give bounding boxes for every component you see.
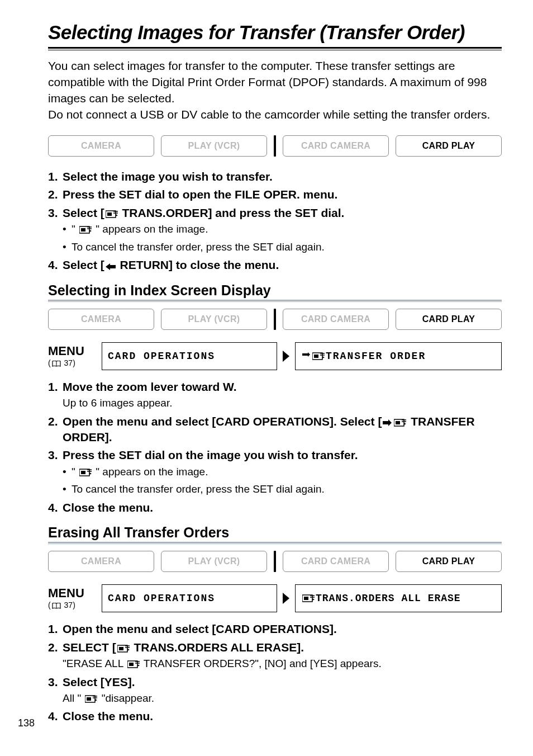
- return-arrow-icon: [106, 263, 116, 271]
- svg-rect-25: [81, 471, 85, 474]
- title-divider-thick: [48, 47, 502, 49]
- title-divider-thin: [48, 50, 502, 50]
- menu-label-block: MENU ( 37): [48, 345, 97, 367]
- menu-box-card-ops: CARD OPERATIONS: [102, 342, 277, 370]
- mode-card-camera: CARD CAMERA: [283, 135, 389, 157]
- step-2-text-a: Open the menu and select [CARD OPERATION…: [63, 415, 382, 428]
- step-3-sub1: " " appears on the image.: [63, 465, 502, 479]
- step-2-text-a: SELECT [: [63, 641, 116, 654]
- step-4-text: Close the menu.: [63, 501, 153, 514]
- svg-marker-28: [89, 472, 92, 475]
- step-3-sub-b: "disappear.: [98, 692, 154, 704]
- step-1-text: Open the menu and select [CARD OPERATION…: [63, 622, 337, 635]
- step-1-text-c: .: [234, 380, 237, 393]
- step-3-sub1-a: ": [72, 466, 78, 478]
- transfer-icon: [302, 594, 315, 603]
- step-2: Open the menu and select [CARD OPERATION…: [48, 414, 502, 446]
- transfer-icon: [79, 468, 92, 477]
- svg-marker-9: [89, 230, 92, 232]
- arrow-right-icon: [383, 419, 392, 427]
- step-3-sub1-b: " appears on the image.: [93, 223, 208, 235]
- steps-main: Select the image you wish to transfer. P…: [48, 169, 502, 273]
- step-1-sub: Up to 6 images appear.: [63, 396, 502, 410]
- svg-marker-18: [383, 419, 392, 426]
- step-3-sub: All " "disappear.: [63, 691, 502, 706]
- step-3-sub2: To cancel the transfer order, press the …: [63, 482, 502, 497]
- step-3-text: Select [YES].: [63, 675, 135, 688]
- mode-play-vcr: PLAY (VCR): [161, 135, 267, 157]
- svg-rect-1: [107, 212, 112, 216]
- step-3-sub-a: All ": [63, 692, 84, 704]
- svg-marker-34: [312, 598, 315, 601]
- step-2-sub-a: "ERASE ALL: [63, 658, 126, 669]
- svg-rect-20: [396, 421, 400, 424]
- heading-rule: [48, 301, 502, 302]
- step-3-sub1: " " appears on the image.: [63, 222, 502, 237]
- step-4-text-b: RETURN] to close the menu.: [117, 258, 279, 271]
- page-number: 138: [18, 717, 35, 729]
- svg-marker-17: [322, 356, 325, 358]
- menu-label: MENU: [48, 587, 97, 599]
- step-2-text: Press the SET dial to open the FILE OPER…: [63, 188, 337, 201]
- menu-path-row: MENU ( 37) CARD OPERATIONS TRANSFER ORDE…: [48, 342, 502, 370]
- menu-box-text: TRANS.ORDERS ALL ERASE: [316, 593, 461, 604]
- menu-box-transfer-order: TRANSFER ORDER: [295, 342, 502, 370]
- mode-separator: [274, 135, 276, 157]
- menu-label-block: MENU ( 37): [48, 587, 97, 609]
- mode-play-vcr: PLAY (VCR): [161, 551, 267, 572]
- step-1-w: W: [223, 380, 234, 393]
- svg-marker-39: [127, 649, 130, 651]
- step-1-text: Select the image you wish to transfer.: [63, 170, 273, 183]
- menu-ref-num: 37: [64, 601, 73, 609]
- mode-card-camera: CARD CAMERA: [283, 309, 389, 330]
- mode-separator: [274, 551, 276, 572]
- menu-path-row: MENU ( 37) CARD OPERATIONS TRANS.ORDERS …: [48, 584, 502, 612]
- step-4-text: Close the menu.: [63, 710, 153, 722]
- steps-index: Move the zoom lever toward W. Up to 6 im…: [48, 379, 502, 516]
- mode-camera: CAMERA: [48, 551, 154, 572]
- mode-card-play: CARD PLAY: [396, 551, 502, 572]
- transfer-icon: [394, 418, 406, 427]
- section-heading-index: Selecting in Index Screen Display: [48, 282, 502, 301]
- intro-text: You can select images for transfer to th…: [48, 58, 502, 123]
- step-4-text-a: Select [: [63, 258, 104, 271]
- menu-ref-num: 37: [64, 358, 73, 367]
- step-3-sub1-b: " appears on the image.: [93, 466, 208, 478]
- transfer-icon: [106, 210, 118, 219]
- svg-marker-12: [302, 352, 310, 357]
- arrow-right-icon: [302, 352, 310, 360]
- mode-card-play: CARD PLAY: [396, 309, 502, 330]
- menu-ref: ( 37): [48, 601, 97, 609]
- svg-rect-31: [304, 597, 308, 600]
- step-2-sub: "ERASE ALL TRANSFER ORDERS?", [NO] and […: [63, 656, 502, 671]
- mode-card-play: CARD PLAY: [396, 135, 502, 157]
- step-2-text-b: TRANS.ORDERS ALL ERASE].: [131, 641, 304, 654]
- transfer-icon: [127, 660, 140, 669]
- mode-row: CAMERA PLAY (VCR) CARD CAMERA CARD PLAY: [48, 309, 502, 330]
- page-title: Selecting Images for Transfer (Transfer …: [48, 21, 502, 44]
- svg-marker-23: [404, 423, 406, 425]
- menu-box-trans-all-erase: TRANS.ORDERS ALL ERASE: [295, 584, 502, 612]
- mode-row: CAMERA PLAY (VCR) CARD CAMERA CARD PLAY: [48, 551, 502, 572]
- step-3-text-b: TRANS.ORDER] and press the SET dial.: [119, 206, 345, 219]
- menu-box-text: TRANSFER ORDER: [326, 351, 426, 362]
- step-4: Close the menu.: [48, 500, 502, 516]
- steps-erase: Open the menu and select [CARD OPERATION…: [48, 621, 502, 725]
- svg-marker-10: [106, 263, 116, 270]
- step-2-sub-b: TRANSFER ORDERS?", [NO] and [YES] appear…: [141, 658, 382, 669]
- menu-label: MENU: [48, 345, 97, 357]
- transfer-icon: [85, 694, 97, 703]
- svg-rect-46: [87, 697, 91, 701]
- step-1: Select the image you wish to transfer.: [48, 169, 502, 185]
- menu-ref: ( 37): [48, 358, 97, 367]
- transfer-icon: [79, 225, 92, 234]
- step-1: Open the menu and select [CARD OPERATION…: [48, 621, 502, 637]
- step-3-sub2: To cancel the transfer order, press the …: [63, 240, 502, 254]
- mode-card-camera: CARD CAMERA: [283, 551, 389, 572]
- book-icon: [52, 361, 61, 367]
- mode-separator: [274, 309, 276, 330]
- step-4: Close the menu.: [48, 708, 502, 724]
- book-icon: [52, 603, 61, 609]
- section-heading-erase: Erasing All Transfer Orders: [48, 525, 502, 543]
- mode-play-vcr: PLAY (VCR): [161, 309, 267, 330]
